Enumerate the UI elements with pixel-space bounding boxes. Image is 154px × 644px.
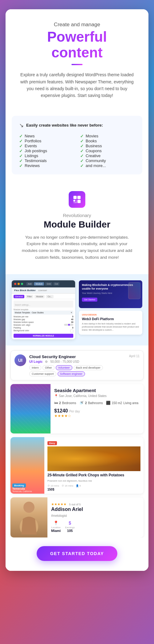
- hero-subtitle: Create and manage: [17, 22, 137, 28]
- defi-title: Web3 DeFi Platform: [82, 317, 139, 321]
- recipe-info: 25-Minute Grilled Pork Chops with Potato…: [47, 473, 140, 491]
- field-value: 0: [72, 327, 73, 329]
- toolbar-tabs: Add Module Grid Col: [26, 282, 59, 286]
- field-input[interactable]: Module Template - Case Studies ▾: [14, 311, 73, 315]
- property-price-row: $1240 Per day: [54, 408, 140, 414]
- profile-role: #metologist: [51, 514, 140, 517]
- list-item: ✓ Job postings: [19, 148, 74, 153]
- job-tags: Intern Other Volunteer Back end develope…: [29, 365, 126, 376]
- location-pin-icon: 📍: [54, 394, 58, 398]
- builder-fields: Search settings... Module template Modul…: [12, 299, 75, 339]
- field-label: Background color: [14, 329, 29, 332]
- feature-label: News: [25, 134, 35, 138]
- tab-filter[interactable]: Filter: [26, 295, 34, 298]
- property-image: [10, 384, 51, 433]
- list-item: ✓ and more...: [80, 163, 135, 168]
- search-field: Search settings...: [14, 301, 73, 307]
- slider-thumb: [68, 324, 70, 326]
- check-icon: ✓: [19, 144, 23, 148]
- property-details: Seaside Apartment 📍 San Jose, California…: [51, 384, 144, 433]
- field-padding: Padding 0: [14, 327, 73, 329]
- tab-grid[interactable]: Grid: [45, 282, 52, 286]
- field-label: Modules bottom space: [14, 321, 34, 323]
- chevron-down-icon: ▾: [71, 311, 72, 314]
- property-price-label: Per day: [69, 410, 80, 413]
- save-module-button[interactable]: NORMALIZE MODULE: [14, 334, 73, 338]
- recipe-time2: ⏱ 16 mins: [62, 484, 73, 487]
- tab-general[interactable]: General: [14, 295, 24, 298]
- check-icon: ✓: [80, 134, 84, 139]
- features-section: ↘ Easily create websites like never befo…: [12, 116, 142, 174]
- field-value: Module Template - Case Studies: [15, 312, 44, 314]
- feature-label: Community: [86, 158, 106, 163]
- property-specs: 🛏 2 Bedrooms 🚿 2 Bathrooms ⬛ 150 m2 Livi…: [54, 401, 140, 405]
- svg-rect-0: [73, 196, 77, 199]
- get-started-button[interactable]: GET STARTED TODAY: [37, 546, 118, 561]
- slider-input[interactable]: [64, 324, 73, 326]
- field-value: 5: [72, 316, 73, 318]
- clock-icon: ⏱: [62, 484, 64, 487]
- property-spec-baths: 🚿 2 Bathrooms: [79, 401, 103, 405]
- profile-photo-visual: [10, 497, 47, 537]
- feature-label: Creative: [86, 153, 100, 158]
- recipe-price: 150$: [47, 488, 140, 491]
- feature-label: Coupons: [86, 148, 102, 153]
- list-item: ✓ Coupons: [80, 148, 135, 153]
- tab-col[interactable]: Col: [53, 282, 60, 286]
- builder-title: Flex Block Builder CONTENT: [12, 287, 75, 294]
- property-location: 📍 San Jose, California, United States: [54, 394, 140, 398]
- feature-label: Reviews: [25, 163, 40, 168]
- profile-location-label: Location: [51, 526, 60, 529]
- tab-co[interactable]: Co...: [46, 295, 54, 298]
- job-company-row: UI Logic ⚙ 50,000 - 75,000 USD: [29, 360, 126, 363]
- tab-module-sub[interactable]: Module: [34, 295, 45, 298]
- check-icon: ✓: [19, 148, 23, 153]
- module-subtitle: Revolutionary: [12, 213, 142, 218]
- hot-air-info: Temecula Temecula, California: [12, 487, 43, 492]
- list-item: ✓ Portfolios: [19, 139, 74, 144]
- dollar-icon: $: [69, 521, 71, 525]
- property-card: Seaside Apartment 📍 San Jose, California…: [10, 384, 144, 433]
- area-icon: ⬛: [106, 401, 111, 405]
- profile-earnings-label: Earnings: [65, 526, 75, 529]
- svg-point-6: [23, 502, 34, 513]
- defi-description: A new startup in the tech industry neede…: [82, 322, 139, 331]
- list-item: ✓ Community: [80, 158, 135, 163]
- job-tag: Volunteer: [56, 365, 72, 370]
- screenshots-section: Add Module Grid Col Flex Block Builder C…: [6, 274, 148, 345]
- job-company-avatar: UI: [14, 354, 26, 366]
- module-tabs-row: General Filter Module Co...: [12, 294, 75, 299]
- feature-label: Listings: [25, 153, 38, 158]
- main-content-card: Create and manage Powerful content Explo…: [6, 9, 148, 571]
- check-icon: ✓: [19, 153, 23, 158]
- recipe-description: Praesent non est dignissim, faucibus nis…: [47, 479, 140, 483]
- field-label: Padding: [14, 327, 21, 329]
- color-picker[interactable]: [70, 329, 73, 332]
- list-item: ✓ Movies: [80, 134, 135, 139]
- job-info: Cloud Security Engineer UI Logic ⚙ 50,00…: [29, 354, 126, 376]
- web3-cta-button[interactable]: Get Started: [82, 298, 97, 302]
- defi-screenshot: UX/UI design Web3 DeFi Platform A new st…: [79, 311, 142, 334]
- check-icon: ✓: [80, 153, 84, 158]
- field-modules-per-row: Modules per row 5: [14, 316, 73, 318]
- job-company-name: UI Logic: [29, 360, 43, 363]
- module-description: You are no longer confined to pre-determ…: [22, 234, 132, 261]
- list-item: ✓ Listings: [19, 153, 74, 158]
- job-title: Cloud Security Engineer: [29, 354, 126, 359]
- property-image-visual: [10, 384, 51, 433]
- list-item: ✓ Books: [80, 139, 135, 144]
- property-spec-area: ⬛ 150 m2 Living area: [106, 401, 138, 405]
- tab-add[interactable]: Add: [26, 282, 33, 286]
- builder-subtitle: CONTENT: [38, 290, 47, 291]
- list-item: ✓ Reviews: [19, 163, 74, 168]
- field-vert-align: Modules vert. align: [14, 324, 73, 326]
- location-icon: 📍: [53, 521, 59, 525]
- tab-module[interactable]: Module: [34, 282, 44, 286]
- features-header: ↘ Easily create websites like never befo…: [19, 122, 135, 129]
- recipe-meta: ⏱ 10 mins ⏱ 16 mins 👤 6: [47, 484, 140, 487]
- hero-title: Powerful content: [17, 29, 137, 60]
- hero-section: Create and manage Powerful content Explo…: [6, 9, 148, 116]
- bottom-cards-row: Booking Temecula Temecula, California Ea…: [10, 437, 144, 494]
- list-item: ✓ Business: [80, 144, 135, 148]
- svg-rect-1: [77, 196, 80, 199]
